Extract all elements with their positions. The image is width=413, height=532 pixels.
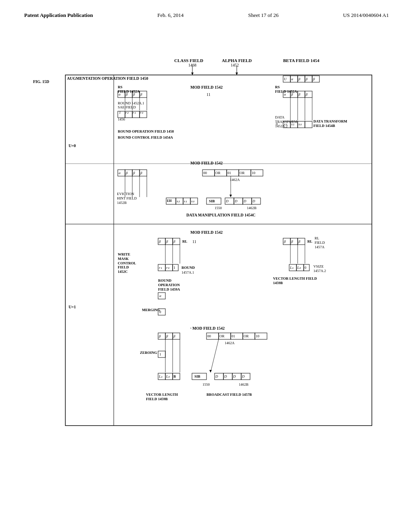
round-op-label: ROUND OPERATION FIELD 1458 (118, 129, 174, 133)
dt-bit-0: 0 (276, 122, 278, 126)
d-bot-4: D (242, 374, 245, 378)
vsize-l0: L₀ (297, 266, 301, 270)
d-bot-1: D (215, 374, 218, 378)
bottom-b2: β (166, 334, 168, 338)
bit-beta-1: β (298, 77, 300, 81)
u0-bit-b1: β (126, 171, 127, 175)
bot-mod-or2: OR (244, 334, 249, 338)
d3: D (244, 199, 246, 203)
d4: D (252, 199, 255, 203)
mod-field-u0-label: MOD FIELD 1542 (190, 161, 223, 165)
merging-val: 0 (159, 310, 161, 314)
u0-bit-b2: β (133, 171, 135, 175)
data-manip-label: DATA MANIPULATION FIELD 1454C (186, 213, 255, 217)
bot-mod-00: 00 (207, 334, 211, 338)
dt-bit-s0: s₀ (298, 122, 302, 126)
label-1462a-bot: 1462A (225, 341, 235, 345)
dt-bit-s1: s₁ (291, 122, 294, 126)
label-1462b-top: 1462B (247, 206, 257, 210)
date-label: Feb. 6, 2014 (157, 12, 184, 19)
merging-label-txt: MERGING (142, 308, 160, 312)
svg-rect-24 (305, 121, 312, 128)
round-op-1459a-label: ROUNDOPERATIONFIELD 1459A (158, 278, 180, 291)
round-bit-r1: r₁ (159, 266, 162, 270)
sib-label: SIB (209, 199, 215, 203)
bit-alpha-1: α (291, 77, 293, 81)
u1-right-b1: β (284, 239, 286, 243)
bot-mod-or1: OR (219, 334, 225, 338)
augmentation-field-label: AUGMENTATION OPERATION FIELD 1450 (67, 76, 148, 81)
bot-mod-01: 01 (232, 334, 235, 338)
sae-field-label: SAE FIELD (118, 105, 136, 109)
mod-field-bottom-label: · MOD FIELD 1542 (190, 326, 225, 330)
sae-bit-r2: r₂ (125, 110, 129, 114)
label-1462b-bot: 1462B (239, 382, 248, 387)
svg-marker-4 (236, 73, 238, 75)
mod-00: 00 (203, 171, 207, 175)
round-ctrl-label: ROUND CONTROL FIELD 1454A (118, 135, 173, 139)
vector-length-label: VECTOR LENGTH FIELD1459B (273, 276, 317, 285)
eh-s2: s₂ (177, 199, 180, 203)
label-1550-bot: 1550 (202, 382, 210, 387)
eh-bit: EH (167, 199, 172, 203)
rs-right-bit-b3: β (306, 92, 307, 96)
mod-field-label-top: MOD FIELD 1542 (190, 85, 223, 89)
bit-beta-3: β (313, 77, 315, 81)
field-1462a-label: 1462A (230, 178, 240, 182)
rs-bit-b1: β (126, 92, 127, 96)
u0-bit-b3: β (140, 171, 142, 175)
bit-u: U (284, 77, 287, 81)
zeroing-val: 1 (159, 352, 161, 356)
u1-label: U=1 (69, 305, 76, 309)
vector-length-bottom-label: VECTOR LENGTHFIELD 1459B (146, 393, 178, 401)
bot-mod-10: 10 (256, 334, 259, 338)
patent-number: US 2014/0040604 A1 (343, 12, 389, 19)
u1-bit-b2: β (166, 239, 168, 243)
bottom-b1: β (159, 334, 161, 338)
mod-or2: OR (240, 171, 245, 175)
sheet-label: Sheet 17 of 26 (248, 12, 278, 19)
sib-l0: L₀ (166, 374, 170, 378)
d-bot-3: D (233, 374, 236, 378)
round-bit-1: 1 (173, 266, 175, 270)
rs-bit-alpha: α (119, 92, 121, 96)
rl-field-label: RLFIELD1457A (315, 236, 325, 249)
u0-label: U=0 (69, 143, 76, 148)
rs-field-right-label: RSFIELD 1452A (275, 85, 297, 94)
zeroing-label-txt: ZEROING (140, 351, 157, 355)
diagram-area: FIG. 15D CLASS FIELD ALPHA FIELD BETA FI… (33, 47, 380, 490)
sib-bottom-label: SIB (194, 374, 200, 378)
svg-marker-92 (229, 195, 232, 197)
eh-s1: s₁ (184, 199, 187, 203)
svg-marker-2 (191, 73, 194, 75)
mod-01: 01 (227, 171, 231, 175)
bit-beta-2: β (306, 77, 307, 81)
u1-bit-b3: β (173, 239, 175, 243)
d2: D (235, 199, 238, 203)
vsize-0: 0 (305, 266, 307, 270)
rs-bit-b2: β (133, 92, 135, 96)
vsize-label: VSIZE1457A.2 (313, 264, 326, 273)
eh-s0: s₀ (191, 199, 194, 203)
rs-field-label: RSFIELD 1452A (118, 85, 140, 94)
svg-marker-103 (209, 370, 212, 372)
rs-right-bit-a: α (284, 92, 286, 96)
round-bit-r0: r₀ (166, 266, 169, 270)
sae-field-num: 1456 (118, 117, 125, 121)
page-header: Patent Application Publication Feb. 6, 2… (0, 0, 413, 23)
mod-10: 10 (252, 171, 255, 175)
broadcast-field-label: BROADCAST FIELD 1457B (206, 393, 252, 397)
u0-bit-a: α (119, 171, 121, 175)
vsize-l1: L₁ (290, 266, 294, 270)
write-mask-label: WRITEMASKCONTROLFIELD1452C (118, 252, 136, 274)
data-transform-field-label: DATA TRANSFORMFIELD 1454B (313, 119, 347, 128)
rs-bit-b3: β (140, 92, 142, 96)
rs-right-bit-b1: β (291, 92, 293, 96)
num-11-top: 11 (206, 92, 211, 97)
svg-line-102 (211, 339, 219, 372)
bottom-b3: β (173, 334, 175, 338)
mod-field-u1-label: MOD FIELD 1542 (190, 230, 223, 235)
rs-right-bit-b2: β (298, 92, 300, 96)
round-label: ROUND 1452A.1 (118, 101, 144, 105)
sib-b: B (173, 374, 176, 378)
